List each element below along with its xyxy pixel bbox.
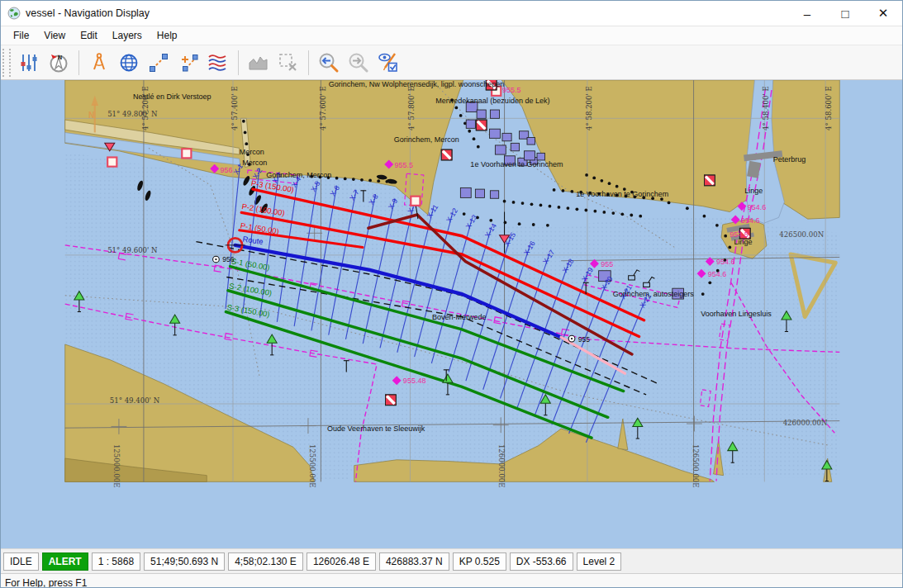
- place-label: Merwedekanaal (bezuiden de Lek): [435, 97, 549, 105]
- kp-mark-dot: [571, 338, 573, 339]
- help-bar: For Help, press F1: [1, 573, 902, 588]
- display-settings-button[interactable]: [15, 49, 43, 77]
- toolbar-grip[interactable]: [2, 49, 11, 77]
- add-line-button[interactable]: [174, 49, 202, 77]
- menu-item-layers[interactable]: Layers: [105, 27, 150, 44]
- menu-item-file[interactable]: File: [6, 27, 36, 44]
- profile-chart-icon: [248, 52, 269, 74]
- mark-label: 954.5: [730, 230, 749, 239]
- pile-dot: [521, 202, 525, 205]
- kp-label: 955: [578, 335, 591, 344]
- pile-dot: [344, 178, 347, 181]
- maximize-button[interactable]: □: [826, 1, 864, 26]
- easting-label: 125000.00E: [112, 444, 121, 488]
- pile-dot: [620, 212, 624, 216]
- nautical-chart: X-1X-2X-3X-4X-5X-6X-7X-8X-9X-10X-11X-12X…: [1, 80, 903, 548]
- easting-label: 126500.00E: [692, 444, 700, 488]
- km-diamond-label: 955.48: [403, 377, 426, 385]
- menu-item-view[interactable]: View: [36, 27, 73, 44]
- building: [490, 110, 499, 118]
- building: [511, 143, 519, 150]
- beacon-square: [107, 157, 116, 166]
- pile-dot: [245, 142, 248, 145]
- pile-dot: [553, 188, 556, 192]
- survey-visibility-button[interactable]: [374, 49, 402, 77]
- application-window: vessel - Navigation Display –□✕ FileView…: [0, 0, 903, 588]
- kp-label: 956: [222, 255, 235, 263]
- pile-dot: [593, 210, 596, 213]
- pile-dot: [668, 202, 671, 205]
- status-cell-5: 126026.48 E: [307, 552, 376, 571]
- pile-dot: [463, 212, 466, 216]
- easting-label: 126000.00E: [497, 444, 506, 488]
- zoom-next-icon: [348, 52, 369, 74]
- longitude-label: 4° 57.200' E: [141, 86, 150, 130]
- pile-dot: [244, 131, 247, 135]
- pile-dot: [459, 114, 463, 117]
- mark-label: 955.5: [502, 86, 521, 94]
- km-diamond-label: 956: [221, 166, 233, 174]
- globe-button[interactable]: [115, 49, 143, 77]
- place-label: 1e Voorhaven te Gorinchem: [470, 160, 563, 168]
- pile-dot: [608, 182, 611, 185]
- building: [495, 145, 506, 154]
- add-line-icon: [178, 52, 199, 74]
- pile-dot: [600, 179, 603, 183]
- pile-dot: [703, 215, 706, 218]
- status-cell-3: 51;49;50.693 N: [144, 552, 225, 571]
- zoom-previous-button[interactable]: [315, 49, 343, 77]
- status-cell-8: DX -553.66: [510, 552, 573, 571]
- status-cell-4: 4;58;02.130 E: [228, 552, 303, 571]
- pile-dot: [546, 224, 549, 227]
- measure-line-button[interactable]: [145, 49, 173, 77]
- status-bar: IDLEALERT1 : 586851;49;50.693 N4;58;02.1…: [1, 548, 902, 573]
- deselect-button[interactable]: [274, 49, 302, 77]
- profile-chart-button[interactable]: [245, 49, 273, 77]
- close-button[interactable]: ✕: [864, 1, 902, 26]
- pile-dot: [630, 214, 633, 217]
- easting-label: 125500.00E: [308, 444, 316, 488]
- north-arrow-label: N: [88, 111, 94, 120]
- pile-dot: [611, 211, 615, 215]
- north-compass-button[interactable]: N: [45, 49, 73, 77]
- pile-dot: [352, 178, 355, 181]
- zoom-previous-icon: [318, 52, 340, 74]
- place-label: Gorinchem, Mercon: [394, 135, 459, 144]
- zoom-next-button[interactable]: [345, 49, 373, 77]
- minimize-button[interactable]: –: [788, 1, 826, 26]
- northing-label: 426000.00N: [783, 419, 828, 427]
- place-label: Mercon: [240, 148, 264, 156]
- longitude-label: 4° 57.800' E: [407, 86, 416, 130]
- pile-dot: [686, 206, 689, 210]
- building: [490, 129, 501, 138]
- chart-canvas[interactable]: X-1X-2X-3X-4X-5X-6X-7X-8X-9X-10X-11X-12X…: [1, 80, 903, 548]
- status-cell-alert: ALERT: [42, 552, 88, 571]
- globe-icon: [118, 52, 140, 74]
- toolbar-separator: [78, 50, 79, 75]
- pile-dot: [242, 120, 245, 123]
- place-label: Boven-Merwede: [432, 313, 487, 321]
- longitude-label: 4° 57.400' E: [231, 86, 239, 130]
- place-label: Mercon: [242, 159, 267, 167]
- building: [460, 187, 471, 197]
- toolbar-separator: [238, 50, 239, 75]
- beacon-square: [182, 149, 191, 158]
- northing-label: 426500.00N: [779, 230, 824, 239]
- title-bar: vessel - Navigation Display –□✕: [1, 1, 902, 26]
- pile-dot: [468, 130, 471, 133]
- pile-dot: [539, 204, 543, 207]
- contours-button[interactable]: [204, 49, 232, 77]
- pile-dot: [518, 222, 521, 225]
- pile-dot: [615, 185, 619, 188]
- place-label: Gorinchem, Nw Wolpherensedijk, ligpl. wo…: [329, 80, 504, 88]
- display-settings-icon: [18, 52, 40, 74]
- dividers-button[interactable]: [85, 49, 113, 77]
- dividers-icon: [88, 52, 110, 74]
- pile-dot: [584, 209, 587, 212]
- menu-item-help[interactable]: Help: [150, 27, 185, 44]
- pile-dot: [724, 235, 727, 238]
- pile-dot: [335, 177, 339, 180]
- menu-item-edit[interactable]: Edit: [73, 27, 105, 44]
- toolbar: N: [1, 45, 902, 80]
- menu-bar: FileViewEditLayersHelp: [1, 26, 902, 45]
